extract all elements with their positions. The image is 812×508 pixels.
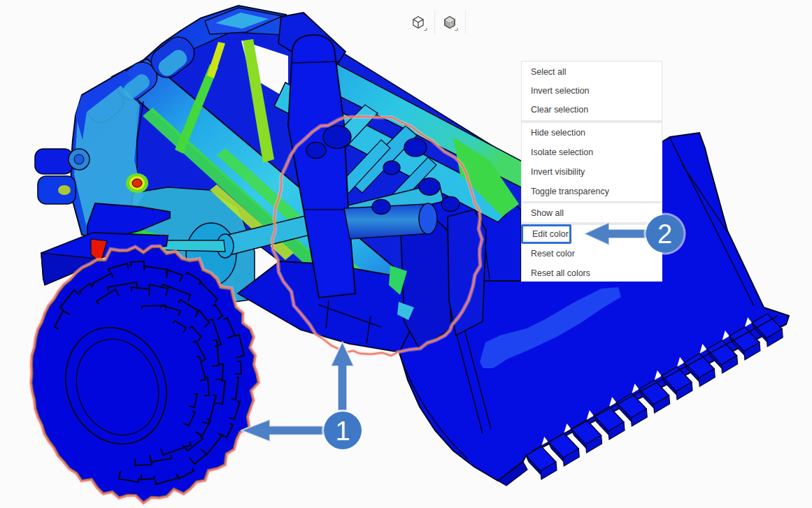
svg-text:2: 2 [657,219,672,249]
svg-text:1: 1 [335,416,350,446]
